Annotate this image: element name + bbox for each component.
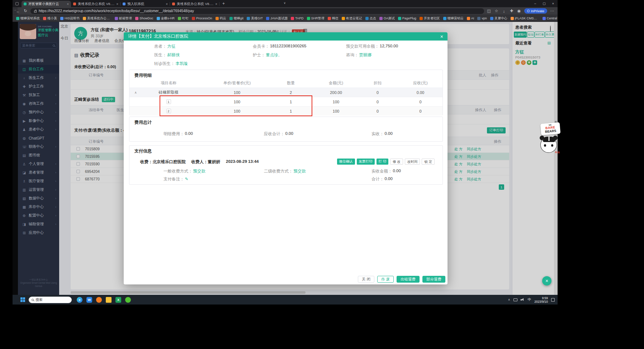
edge-icon[interactable]: e: [77, 297, 82, 303]
clock[interactable]: 9:59 2023/9/10: [534, 296, 548, 303]
downloads-icon[interactable]: ↓: [502, 9, 507, 13]
new-tab-button[interactable]: +: [222, 1, 225, 6]
bookmark-item[interactable]: SHR管理: [307, 16, 325, 21]
bookmark-item[interactable]: 金蝶s-HR: [157, 16, 175, 21]
browser-tab[interactable]: 牙医管家小美医疗云×: [22, 1, 71, 7]
forward-icon[interactable]: →: [13, 7, 18, 15]
bookmark-item[interactable]: 维小美: [43, 16, 57, 21]
payment-button[interactable]: 微信确认: [337, 159, 355, 165]
wechat-icon[interactable]: [125, 297, 131, 303]
bookmark-item[interactable]: OA测试: [379, 16, 395, 21]
fee-table-header: 项目名称单价/套餐价(元)数量金额(元)折扣应收(元): [129, 79, 442, 88]
bookmark-item[interactable]: PagePlug: [398, 16, 416, 20]
browser-tab[interactable]: 美维系统办公系统 V8.1SP1×: [71, 1, 120, 7]
modal-footer-button[interactable]: 部分退费: [422, 276, 445, 283]
taskbar-search[interactable]: 搜索: [29, 297, 72, 303]
bookmark-item[interactable]: Central Topic-Proce...: [543, 16, 558, 20]
bookmark-item[interactable]: 螺蛳git: [229, 16, 244, 21]
bookmark-favicon-icon: [420, 17, 423, 20]
fee-row-sub[interactable]: 1100110000: [129, 97, 442, 106]
field-value: 0.00: [393, 169, 401, 174]
bookmark-item[interactable]: ProcessOn: [192, 16, 212, 20]
field-label: 会员卡：: [253, 44, 269, 49]
favorites-icon[interactable]: ☆: [494, 9, 499, 13]
bookmark-item[interactable]: 美维GIT: [247, 16, 263, 21]
bookmark-item[interactable]: 点点: [365, 16, 376, 21]
refresh-icon[interactable]: ↻: [23, 9, 28, 13]
bookmark-item[interactable]: 有道云笔记: [342, 16, 362, 21]
bookmark-item[interactable]: HIS说明书: [60, 16, 80, 21]
floating-close-button[interactable]: ×: [542, 276, 551, 286]
payment-button[interactable]: 发票打印: [357, 159, 375, 165]
modal-footer-button[interactable]: 出错退费: [397, 276, 420, 283]
field-value: 贾丽娜: [359, 52, 372, 58]
ime-indicator[interactable]: 中: [528, 297, 531, 302]
tab-close-icon[interactable]: ×: [67, 2, 69, 6]
browser-tab[interactable]: 预入职系统×: [120, 1, 170, 7]
collapse-caret-icon[interactable]: ∧: [134, 90, 137, 95]
tab-title: 牙医管家小美医疗云: [28, 2, 65, 6]
workspaces-icon[interactable]: [15, 2, 19, 5]
bookmark-item[interactable]: 邮箱管理: [115, 16, 132, 21]
payment-info-panel: 支付信息 收费：北京维乐口腔医院 收费人：董妍妍 2023-08-29 13:4…: [129, 145, 443, 185]
bookmark-item[interactable]: TAPD: [291, 16, 303, 20]
bookmark-item[interactable]: 码云: [216, 16, 226, 21]
hidden-icons-icon[interactable]: ∧: [508, 298, 510, 301]
minimize-button[interactable]: –: [531, 0, 540, 7]
modal-footer-button[interactable]: 关 闭: [358, 276, 374, 283]
payment-detail-modal: 详情【支付】北京维乐口腔医院 × 患者：方征会员卡：18112230819002…: [124, 32, 448, 284]
action-center-icon[interactable]: [551, 298, 555, 302]
modal-footer-button[interactable]: 作 废: [377, 276, 394, 283]
tab-list-caret-icon[interactable]: ∨: [284, 1, 286, 5]
bookmark-item[interactable]: 钉钉: [178, 16, 189, 21]
bookmark-item[interactable]: AI: [467, 16, 474, 20]
bookmark-item[interactable]: jFLASK CMS系统: [511, 16, 539, 21]
tab-close-icon[interactable]: ×: [215, 2, 217, 6]
folder-icon[interactable]: [106, 297, 112, 303]
bookmark-item[interactable]: vpn: [477, 16, 487, 20]
fee-row-sub[interactable]: 2100110000: [129, 106, 442, 115]
split-screen-icon[interactable]: ◫: [487, 9, 492, 13]
start-button[interactable]: [20, 297, 25, 302]
tab-close-icon[interactable]: ×: [166, 2, 168, 6]
payment-button[interactable]: 修 改: [390, 159, 403, 165]
summary-field: 应收合计：0.00: [264, 131, 371, 137]
extensions-icon[interactable]: ✚: [509, 9, 514, 13]
fee-total-panel: 费用总计 明细费用：0.00应收合计：0.00实收：0.00: [129, 117, 443, 142]
taskbar: 搜索 eWX ∧ 中 9:59 2023/9/10: [13, 295, 558, 305]
profile-icon[interactable]: ◉: [517, 9, 522, 13]
browser-window: 牙医管家小美医疗云×美维系统办公系统 V8.1SP1×预入职系统×美维系统办公系…: [13, 0, 558, 305]
bookmark-item[interactable]: JAVA面试题: [266, 16, 288, 21]
visit-info-grid: 患者：方征会员卡：1811223081900265预交款可用余额：12,750.…: [154, 44, 437, 66]
modal-close-icon[interactable]: ×: [440, 34, 443, 39]
bookmark-item[interactable]: 美维系统办公系统: [83, 16, 112, 21]
maximize-button[interactable]: ▢: [540, 0, 549, 7]
bookmark-item[interactable]: 蜂信: [328, 16, 338, 21]
tab-close-icon[interactable]: ×: [116, 2, 118, 6]
bookmark-item[interactable]: ShowDoc: [135, 16, 153, 20]
firefox-icon[interactable]: [96, 297, 102, 303]
browser-tab[interactable]: 美维系统办公系统 V8.1SP1×: [170, 1, 219, 7]
payment-button[interactable]: 锁 定: [422, 159, 435, 165]
fee-row-parent[interactable]: ∧硅橡胶取模1002200.0000.00: [129, 88, 442, 97]
fee-cell: 100: [208, 100, 266, 104]
payment-button[interactable]: 打 印: [377, 159, 389, 165]
volume-icon[interactable]: [521, 298, 525, 301]
excel-icon[interactable]: X: [115, 297, 121, 303]
close-button[interactable]: ×: [549, 0, 558, 7]
bookmark-favicon-icon: [266, 17, 269, 20]
bookmark-label: 螺蛳git: [234, 16, 244, 21]
network-icon[interactable]: [513, 298, 517, 301]
address-bar[interactable]: https://his2022.meiweigroup.com/his/work…: [30, 8, 484, 14]
bookmark-item[interactable]: 螺蛳营销系统: [16, 16, 40, 21]
fee-col-header: 数量: [266, 80, 315, 86]
bookmark-item[interactable]: 灵犀中心: [490, 16, 507, 21]
payment-button[interactable]: 改时间: [405, 159, 420, 165]
bookmark-item[interactable]: 螺蛳营销云: [443, 16, 464, 21]
more-menu-icon[interactable]: ⋯: [550, 9, 555, 13]
bookmark-label: JAVA面试题: [270, 16, 288, 21]
bookmark-item[interactable]: 开发者社区: [420, 16, 440, 21]
info-field: 医生：郝丽侠: [154, 52, 253, 58]
inprivate-avatar-icon: [527, 10, 530, 12]
wecom-icon[interactable]: W: [86, 297, 92, 303]
